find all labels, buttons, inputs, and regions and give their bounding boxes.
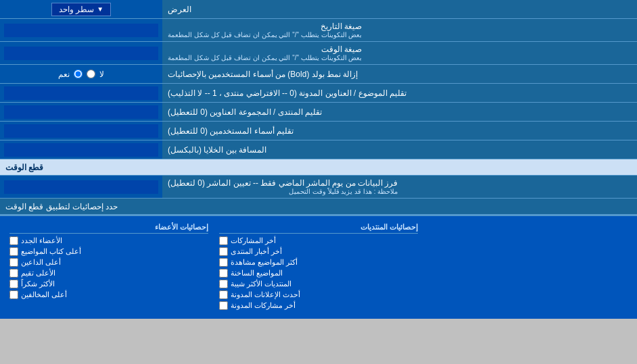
stat-item-blog-posts: أخر مشاركات المدونة: [219, 301, 418, 310]
page-title: العرض: [162, 0, 637, 18]
checkbox-most-viewed[interactable]: [219, 258, 228, 267]
stat-item-latest-announcements: أحدث الإعلانات المدونة: [219, 290, 418, 299]
stats-col-members: إحصائيات الأعضاء الأعضاء الجدد أعلى كتاب…: [4, 220, 214, 315]
bold-no-label: لا: [99, 70, 104, 79]
title-order-label: تقليم الموضوع / العناوين المدونة (0 -- ا…: [162, 84, 637, 102]
checkbox-top-forums[interactable]: [219, 280, 228, 288]
bold-remove-label: إزالة نمط بولد (Bold) من أسماء المستخدمي…: [162, 65, 637, 83]
stats-col-empty: [423, 220, 633, 315]
chevron-down-icon: ▼: [97, 5, 103, 13]
dropdown-container: ▼ سطر واحد: [0, 0, 162, 18]
cell-spacing-input[interactable]: 2: [4, 143, 158, 157]
title-order-input-container: 33: [0, 84, 162, 102]
time-format-label: صيغة الوقت بعض التكوينات يتطلب "/" التي …: [162, 42, 637, 64]
stat-item-forum-news: أخر أخبار المنتدى: [219, 247, 418, 256]
time-format-input[interactable]: H:i: [4, 47, 158, 60]
date-format-input[interactable]: d-m: [4, 24, 158, 37]
date-format-label: صيغة التاريخ بعض التكوينات يتطلب "/" الت…: [162, 19, 637, 41]
stats-grid: إحصائيات المنتديات أخر المشاركات أخر أخب…: [4, 220, 633, 315]
cell-spacing-label: المسافة بين الخلايا (بالبكسل): [162, 140, 637, 159]
title-text: العرض: [168, 5, 191, 14]
stats-section: إحصائيات المنتديات أخر المشاركات أخر أخب…: [0, 215, 637, 319]
checkbox-forum-news[interactable]: [219, 247, 228, 256]
time-cut-input-container: 0: [0, 176, 162, 198]
stat-item-top-referrers: أعلى الداعين: [9, 258, 208, 267]
title-order-row: تقليم الموضوع / العناوين المدونة (0 -- ا…: [0, 84, 637, 103]
username-trim-row: تقليم أسماء المستخدمين (0 للتعطيل) 0: [0, 122, 637, 140]
title-order-input[interactable]: 33: [4, 86, 158, 100]
bold-no-radio[interactable]: [87, 70, 95, 78]
stat-item-top-forums: المنتديات الأكثر شيبة: [219, 280, 418, 288]
time-format-row: صيغة الوقت بعض التكوينات يتطلب "/" التي …: [0, 42, 637, 65]
main-container: العرض ▼ سطر واحد صيغة التاريخ بعض التكوي…: [0, 0, 637, 319]
forum-trim-row: تقليم المنتدى / المجموعة العناوين (0 للت…: [0, 103, 637, 122]
bold-radio-group: لا نعم: [58, 70, 104, 79]
time-cut-label: فرز البيانات من يوم الماشر الماضي فقط --…: [162, 176, 637, 198]
username-trim-label: تقليم أسماء المستخدمين (0 للتعطيل): [162, 122, 637, 140]
checkbox-top-posters[interactable]: [9, 247, 18, 256]
stat-item-hot-topics: المواضيع الساخنة: [219, 269, 418, 278]
checkbox-new-members[interactable]: [9, 236, 18, 245]
dropdown-label: سطر واحد: [59, 5, 94, 14]
username-trim-input-container: 0: [0, 122, 162, 140]
cell-spacing-row: المسافة بين الخلايا (بالبكسل) 2: [0, 140, 637, 159]
forum-trim-input-container: 33: [0, 103, 162, 121]
stat-item-last-posts: أخر المشاركات: [219, 236, 418, 245]
stat-item-most-thanked: الأكثر شكراً: [9, 280, 208, 288]
checkbox-most-thanked[interactable]: [9, 280, 18, 288]
checkbox-blog-posts[interactable]: [219, 301, 228, 310]
stat-item-top-warned: أعلى المخالفين: [9, 290, 208, 299]
bold-yes-radio[interactable]: [74, 70, 82, 78]
checkbox-top-rated[interactable]: [9, 269, 18, 278]
dropdown-button[interactable]: ▼ سطر واحد: [51, 3, 111, 16]
bold-yes-label: نعم: [58, 70, 70, 79]
date-format-input-container: d-m: [0, 19, 162, 41]
checkbox-top-warned[interactable]: [9, 290, 18, 299]
date-format-row: صيغة التاريخ بعض التكوينات يتطلب "/" الت…: [0, 19, 637, 42]
forums-col-title: إحصائيات المنتديات: [219, 223, 418, 234]
header-row: العرض ▼ سطر واحد: [0, 0, 637, 19]
time-format-input-container: H:i: [0, 42, 162, 64]
forum-trim-input[interactable]: 33: [4, 105, 158, 119]
stat-item-new-members: الأعضاء الجدد: [9, 236, 208, 245]
checkbox-hot-topics[interactable]: [219, 269, 228, 278]
stats-limit-label: حدد إحصائيات لتطبيق قطع الوقت: [5, 202, 118, 211]
username-trim-input[interactable]: 0: [4, 124, 158, 138]
bold-remove-row: إزالة نمط بولد (Bold) من أسماء المستخدمي…: [0, 65, 637, 84]
checkbox-latest-announcements[interactable]: [219, 290, 228, 299]
members-col-title: إحصائيات الأعضاء: [9, 223, 208, 234]
stats-limit-row: حدد إحصائيات لتطبيق قطع الوقت: [0, 199, 637, 215]
checkbox-last-posts[interactable]: [219, 236, 228, 245]
stats-col-forums: إحصائيات المنتديات أخر المشاركات أخر أخب…: [214, 220, 423, 315]
bold-remove-radio-container: لا نعم: [0, 65, 162, 83]
stat-item-most-viewed: أكثر المواضيع مشاهدة: [219, 258, 418, 267]
time-cut-section-header: قطع الوقت: [0, 159, 637, 176]
time-cut-input[interactable]: 0: [4, 180, 158, 194]
cell-spacing-input-container: 2: [0, 140, 162, 159]
stat-item-top-posters: أعلى كتاب المواضيع: [9, 247, 208, 256]
time-cut-row: فرز البيانات من يوم الماشر الماضي فقط --…: [0, 176, 637, 199]
forum-trim-label: تقليم المنتدى / المجموعة العناوين (0 للت…: [162, 103, 637, 121]
checkbox-top-referrers[interactable]: [9, 258, 18, 267]
stat-item-top-rated: الأعلى تقيم: [9, 269, 208, 278]
